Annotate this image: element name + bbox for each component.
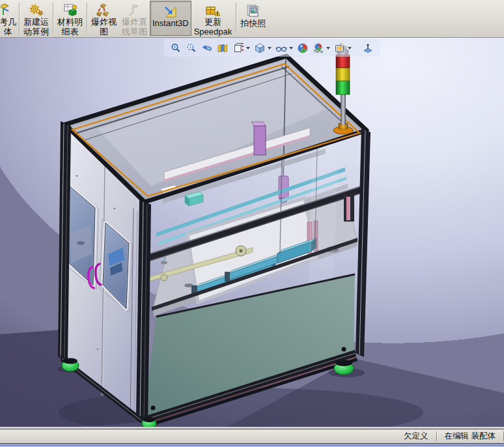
edit-appearance-icon [297, 42, 309, 54]
button-label: 材料明 [57, 17, 83, 27]
dropdown-caret-icon[interactable] [289, 47, 293, 50]
take-snapshot-button[interactable]: 拍快照 [238, 1, 268, 36]
button-label: Speedpak [194, 27, 232, 36]
zoom-to-fit-button[interactable] [168, 40, 184, 56]
button-label: 拍快照 [240, 18, 266, 28]
heads-up-view-toolbar [164, 39, 380, 57]
constraint-status: 欠定义 [396, 429, 436, 443]
view-settings-button[interactable] [332, 40, 354, 56]
zoom-to-area-icon [186, 42, 197, 54]
display-style-button[interactable] [252, 40, 273, 56]
button-label: 线草图 [122, 27, 147, 36]
normal-to-icon [362, 42, 374, 54]
instant3d-button[interactable]: Instant3D [150, 1, 191, 36]
dropdown-caret-icon[interactable] [268, 47, 272, 50]
button-label: 图 [91, 27, 117, 36]
toolbar-separator [19, 3, 20, 34]
button-label: 新建运 [23, 17, 49, 27]
normal-to-button[interactable] [360, 40, 376, 56]
explode-line-sketch-icon [127, 3, 143, 17]
tower-green-segment [336, 81, 350, 94]
new-motion-study-icon [29, 3, 44, 17]
apply-scene-icon [313, 42, 324, 54]
hide-show-items-icon [275, 42, 287, 54]
dropdown-caret-icon[interactable] [246, 47, 250, 50]
new-motion-study-button[interactable]: 新建运 动算例 [21, 1, 51, 36]
button-label: Instant3D [152, 18, 189, 28]
edit-appearance-button[interactable] [295, 40, 311, 56]
exploded-view-button[interactable]: 爆炸视 图 [89, 1, 119, 36]
bill-of-materials-button[interactable]: 材料明 细表 [55, 1, 85, 36]
tower-yellow-segment [336, 68, 350, 81]
previous-view-button[interactable] [199, 40, 215, 56]
dropdown-caret-icon[interactable] [326, 47, 330, 50]
dropdown-caret-icon[interactable] [348, 47, 352, 50]
button-label: 体 [0, 27, 16, 36]
zoom-to-area-button[interactable] [184, 40, 199, 56]
view-settings-icon [334, 42, 346, 54]
display-style-icon [254, 42, 266, 54]
explode-line-sketch-button: 爆炸直 线草图 [119, 1, 150, 36]
tower-red-segment [336, 55, 350, 68]
section-view-icon [217, 42, 229, 54]
update-speedpak-button[interactable]: 更新 Speedpak [191, 1, 235, 36]
edit-mode-status: 在编辑 装配体 [437, 429, 503, 443]
toolbar-separator [87, 3, 87, 34]
toolbar-separator [53, 3, 53, 34]
apply-scene-button[interactable] [311, 40, 332, 56]
button-label: 爆炸直 [122, 17, 147, 27]
button-label: 爆炸视 [91, 17, 117, 27]
button-label: 动算例 [23, 27, 49, 36]
section-view-button[interactable] [215, 40, 231, 56]
reference-geometry-icon [1, 3, 16, 17]
button-label: 细表 [57, 27, 83, 36]
graphics-viewport[interactable] [0, 38, 504, 427]
solidworks-window: 考几 体 新建运 动算例 [0, 0, 504, 447]
take-snapshot-icon [245, 3, 261, 18]
reference-geometry-button[interactable]: 考几 体 [0, 1, 18, 36]
button-label: 更新 [194, 17, 232, 27]
instant3d-icon [163, 3, 178, 18]
status-bar: 欠定义 在编辑 装配体 [0, 429, 504, 443]
zoom-to-fit-icon [170, 42, 182, 54]
button-label: 考几 [0, 17, 16, 27]
view-orientation-icon [232, 42, 244, 54]
command-toolbar: 考几 体 新建运 动算例 [0, 0, 504, 38]
bill-of-materials-icon [63, 3, 78, 17]
toolbar-separator [236, 3, 236, 34]
view-orientation-button[interactable] [231, 40, 252, 56]
exploded-view-icon [96, 3, 112, 17]
hide-show-items-button[interactable] [273, 40, 295, 56]
3d-model-assembly[interactable] [0, 38, 504, 427]
previous-view-icon [201, 42, 213, 54]
window-bottom-edge [0, 443, 504, 446]
update-speedpak-icon [205, 3, 221, 17]
